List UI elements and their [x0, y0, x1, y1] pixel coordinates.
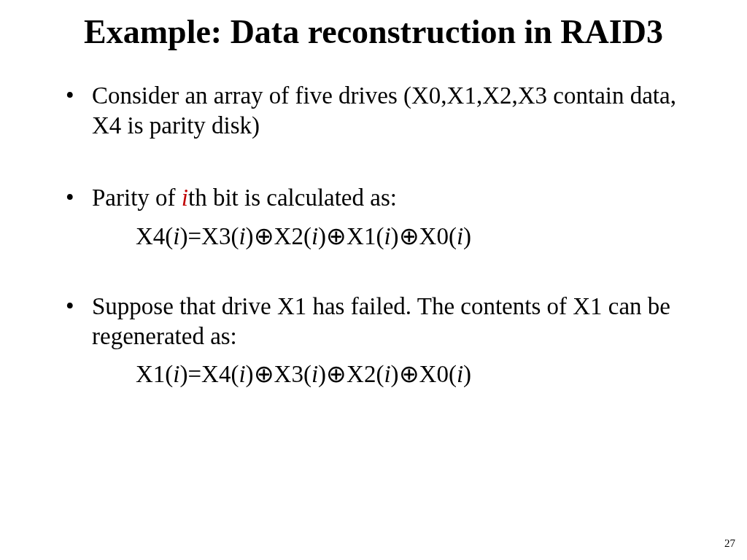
formula-text: )	[463, 361, 471, 387]
bullet-text: Suppose that drive X1 has failed. The co…	[92, 293, 670, 349]
bullet-text-post: th bit is calculated as:	[188, 184, 397, 211]
formula-text: )⊕X0(	[391, 361, 457, 387]
spacer	[22, 148, 725, 183]
variable-i: i	[384, 223, 390, 249]
variable-i: i	[384, 361, 390, 387]
formula-text: )⊕X2(	[246, 223, 311, 249]
variable-i: i	[457, 361, 463, 387]
formula-text: )⊕X0(	[391, 223, 457, 249]
variable-i: i	[173, 361, 179, 387]
formula-text: )	[463, 223, 471, 249]
formula-text: )=X3(	[180, 223, 239, 249]
slide: Example: Data reconstruction in RAID3 Co…	[0, 0, 747, 560]
variable-i: i	[311, 361, 318, 387]
variable-i: i	[182, 184, 188, 211]
bullet-list: Consider an array of five drives (X0,X1,…	[22, 81, 725, 141]
variable-i: i	[239, 223, 245, 249]
variable-i: i	[457, 223, 463, 249]
variable-i: i	[239, 361, 245, 387]
slide-title: Example: Data reconstruction in RAID3	[22, 13, 725, 52]
bullet-text-pre: Parity of	[92, 184, 182, 211]
formula-text: )⊕X2(	[318, 361, 384, 387]
variable-i: i	[173, 223, 179, 249]
bullet-item-1: Consider an array of five drives (X0,X1,…	[66, 81, 711, 141]
bullet-item-3: Suppose that drive X1 has failed. The co…	[66, 292, 711, 352]
page-number: 27	[724, 537, 735, 550]
bullet-list: Parity of ith bit is calculated as:	[22, 183, 725, 213]
formula-text: )⊕X3(	[246, 361, 311, 387]
bullet-item-2: Parity of ith bit is calculated as:	[66, 183, 711, 213]
variable-i: i	[311, 223, 318, 249]
formula-text: X4(	[136, 223, 173, 249]
formula-parity: X4(i)=X3(i)⊕X2(i)⊕X1(i)⊕X0(i)	[22, 221, 725, 252]
spacer	[22, 260, 725, 292]
formula-regeneration: X1(i)=X4(i)⊕X3(i)⊕X2(i)⊕X0(i)	[22, 359, 725, 390]
formula-text: )=X4(	[180, 361, 239, 387]
bullet-list: Suppose that drive X1 has failed. The co…	[22, 292, 725, 352]
formula-text: X1(	[136, 361, 173, 387]
formula-text: )⊕X1(	[318, 223, 384, 249]
bullet-text: Consider an array of five drives (X0,X1,…	[92, 82, 676, 139]
